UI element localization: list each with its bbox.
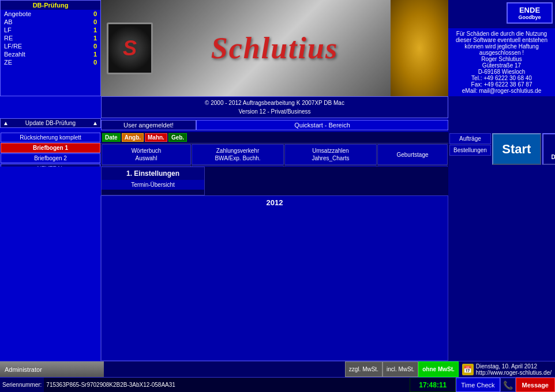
ab-value: 0: [80, 18, 97, 25]
zahlungsverkehr-label2: BWA/Exp. Buchh.: [215, 154, 260, 162]
copyright-line2: Version 12 - Privat/Business: [103, 107, 446, 116]
row-bezahlt: Bezahlt 1: [1, 50, 100, 58]
ohne-button[interactable]: ohne MwSt.: [418, 361, 459, 377]
logo-text: Schlutius: [211, 31, 338, 65]
geburtstage-label: Geburtstage: [396, 151, 428, 159]
angb-button[interactable]: Angb.: [122, 133, 144, 142]
bestellungen-button[interactable]: Bestellungen: [449, 145, 491, 156]
incl-button[interactable]: incl. MwSt.: [382, 361, 418, 377]
serial-bar: Seriennummer: 715363P865-Sr9702908K2B2B-…: [0, 377, 555, 392]
lf-label: LF: [4, 27, 12, 33]
phone-icon-button[interactable]: 📞: [500, 378, 516, 392]
time-display: 17:48:11: [410, 378, 456, 392]
briefbogen1-button[interactable]: Briefbogen 1: [1, 143, 100, 153]
umsatzzahlen-label: Umsatzzahlen: [312, 147, 348, 154]
admin-field: Administrator: [0, 361, 104, 377]
date-text: Dienstag, 10. April 2012 http://www.roge…: [476, 363, 552, 376]
zahlungsverkehr-label: Zahlungsverkehr: [216, 147, 259, 154]
briefbogen2-button[interactable]: Briefbogen 2: [1, 153, 100, 163]
row-lf: LF 1: [1, 26, 100, 34]
copyright-bar: © 2000 - 2012 Auftragsbearbeitung K 2007…: [101, 96, 448, 118]
calendar-icon: 📅: [462, 364, 474, 375]
woerterbuch-auswahl-label2: Auswahl: [136, 154, 158, 162]
date-info: 📅 Dienstag, 10. April 2012 http://www.ro…: [459, 361, 555, 377]
update-label: Update DB-Prüfung: [25, 120, 76, 126]
ze-label: ZE: [4, 59, 12, 66]
umsatzzahlen-button[interactable]: Umsatzzahlen Jahres_Charts: [284, 144, 377, 165]
right-panel: Für Schäden die durch die Nutzung dieser…: [448, 28, 555, 96]
message-button[interactable]: Message: [516, 378, 555, 392]
copyright-line1: © 2000 - 2012 Auftragsbearbeitung K 2007…: [103, 99, 446, 107]
contact-street: Güterstraße 17 D-69168 Wiesloch: [478, 62, 526, 75]
lfre-label: LF/RE: [4, 43, 22, 50]
db-pruefung-title: DB-Prüfung: [1, 1, 100, 10]
drucker-button[interactable]: 🖨 Drucker?: [542, 133, 555, 165]
arrow-right-icon: ▲: [92, 120, 98, 126]
umsatzzahlen-label2: Jahres_Charts: [312, 154, 349, 162]
user-bar: User angemeldet!: [101, 120, 196, 130]
status-bar: Administrator zzgl. MwSt. incl. MwSt. oh…: [0, 361, 555, 377]
woerterbuch-auswahl-label: Wörterbuch: [132, 147, 162, 154]
bezahlt-value: 1: [80, 51, 97, 58]
time-check-button[interactable]: Time Check: [456, 378, 500, 392]
update-db-button[interactable]: ▲ Update DB-Prüfung ▲: [0, 118, 101, 128]
ze-value: 0: [80, 59, 97, 66]
auftraege-button[interactable]: Aufträge: [449, 133, 491, 144]
date-row: Date Angb. Mahn. Geb.: [101, 132, 448, 144]
arrow-left-icon: ▲: [3, 120, 9, 126]
logo-gold-decoration: [391, 0, 448, 96]
re-value: 1: [80, 35, 97, 42]
url-label: http://www.roger-schlutius.de/: [476, 370, 552, 376]
quickstart-bar: Quickstart - Bereich: [196, 120, 448, 130]
zzgl-button[interactable]: zzgl. MwSt.: [345, 361, 382, 377]
row-angebote: Angebote 0: [1, 10, 100, 18]
phone-icon: 📞: [503, 380, 513, 390]
serial-value: 715363P865-Sr9702908K2B2B-3AbX12-058AA31: [44, 378, 410, 392]
logo-area: S Schlutius: [101, 0, 448, 96]
angebote-value: 0: [80, 10, 97, 17]
contact-name: Roger Schlutius: [481, 56, 522, 62]
geb-button[interactable]: Geb.: [168, 133, 187, 142]
logo-emblem: S: [107, 22, 153, 74]
geburtstage-button[interactable]: Geburtstage: [377, 144, 448, 165]
bezahlt-label: Bezahlt: [4, 51, 25, 58]
vat-buttons: zzgl. MwSt. incl. MwSt. ohne MwSt.: [345, 361, 459, 377]
einstellungen-button[interactable]: 1. Einstellungen: [102, 167, 204, 180]
main-content: 2012: [101, 195, 448, 361]
serial-label: Seriennummer:: [0, 382, 44, 388]
row-lfre: LF/RE 0: [1, 42, 100, 50]
drucker-label: Drucker?: [551, 154, 555, 160]
start-button[interactable]: Start: [492, 133, 541, 165]
year-display: 2012: [267, 198, 283, 207]
lfre-value: 0: [80, 43, 97, 50]
goodbye-label: Goodbye: [513, 14, 546, 20]
user-label: User angemeldet!: [123, 122, 174, 129]
rueck-button[interactable]: Rücksicherung komplett: [1, 133, 100, 142]
end-label: ENDE: [513, 6, 546, 14]
mahn-button[interactable]: Mahn.: [145, 133, 167, 142]
woerterbuch-auswahl-button[interactable]: Wörterbuch Auswahl: [102, 144, 191, 165]
re-label: RE: [4, 35, 13, 42]
row-ab: AB 0: [1, 18, 100, 26]
ab-label: AB: [4, 18, 13, 25]
disclaimer-text: Für Schäden die durch die Nutzung dieser…: [451, 31, 553, 56]
zahlungsverkehr-button[interactable]: Zahlungsverkehr BWA/Exp. Buchh.: [192, 144, 284, 165]
row-re: RE 1: [1, 34, 100, 42]
angebote-label: Angebote: [4, 10, 31, 17]
date-label: Dienstag, 10. April 2012: [476, 363, 552, 370]
lf-value: 1: [80, 27, 97, 33]
quickstart-label: Quickstart - Bereich: [294, 122, 350, 129]
contact-info: Tel.: +49 6222 30 68 40 Fax: +49 6222 38…: [462, 75, 541, 94]
termin-button[interactable]: Termin-Übersicht: [102, 180, 204, 190]
date-button[interactable]: Date: [102, 133, 121, 142]
end-button[interactable]: ENDE Goodbye: [507, 2, 553, 24]
row-ze: ZE 0: [1, 58, 100, 66]
